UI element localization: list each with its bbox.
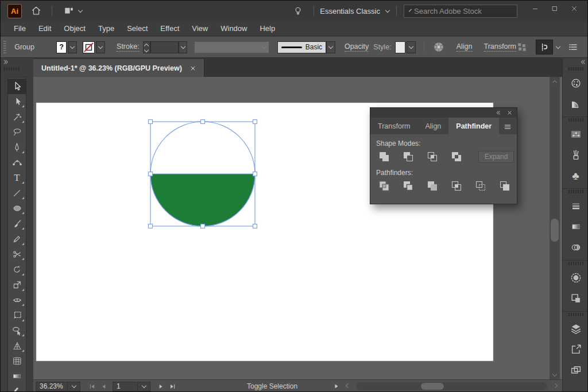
scroll-down-icon[interactable]: [550, 370, 560, 379]
panel-close-icon[interactable]: [507, 110, 512, 115]
menu-type[interactable]: Type: [92, 24, 121, 33]
width-tool[interactable]: [8, 293, 26, 308]
artboard-number-dropdown[interactable]: [138, 382, 150, 391]
artboard-number-value[interactable]: 1: [113, 382, 138, 391]
menu-select[interactable]: Select: [121, 24, 154, 33]
minus-back-button[interactable]: [498, 179, 512, 193]
brush-dropdown-chevron[interactable]: [326, 41, 335, 53]
arrange-documents-button[interactable]: [58, 3, 87, 19]
scroll-left-icon[interactable]: [342, 382, 354, 391]
previous-artboard-button[interactable]: [98, 382, 109, 391]
exclude-button[interactable]: [450, 150, 463, 164]
artboard-tool[interactable]: [8, 308, 26, 323]
tab-pathfinder[interactable]: Pathfinder: [448, 118, 499, 134]
menu-object[interactable]: Object: [57, 24, 92, 33]
line-segment-tool[interactable]: [8, 185, 26, 201]
type-tool[interactable]: T: [8, 170, 26, 186]
style-dropdown[interactable]: [407, 41, 416, 53]
workspace-switcher[interactable]: Essentials Classic: [320, 7, 389, 15]
isolate-selected-object-button[interactable]: [536, 40, 553, 55]
merge-button[interactable]: [425, 179, 439, 193]
lasso-tool[interactable]: [8, 125, 26, 140]
tab-close-icon[interactable]: [190, 65, 196, 71]
transparency-panel-icon[interactable]: [563, 237, 588, 258]
maximize-button[interactable]: [545, 1, 564, 16]
first-artboard-button[interactable]: [86, 382, 98, 391]
gradient-tool[interactable]: [8, 369, 26, 385]
magic-wand-tool[interactable]: [8, 109, 26, 125]
document-tab[interactable]: Untitled-1* @ 36.23% (RGB/GPU Preview): [33, 59, 204, 77]
stroke-weight-dropdown[interactable]: [179, 41, 188, 53]
export-panel-icon[interactable]: [563, 339, 588, 360]
home-icon[interactable]: [26, 3, 46, 19]
style-swatch[interactable]: [395, 41, 405, 53]
stroke-panel-link[interactable]: Stroke:: [117, 42, 140, 52]
stroke-color-dropdown[interactable]: [96, 41, 105, 53]
divide-button[interactable]: [377, 179, 391, 193]
trim-button[interactable]: [401, 179, 415, 193]
transform-link[interactable]: Transform: [484, 42, 517, 52]
zoom-level-value[interactable]: 36.23%: [36, 382, 68, 391]
ellipse-tool[interactable]: [8, 201, 26, 216]
dock-drag-handle[interactable]: [568, 67, 583, 71]
crop-button[interactable]: [450, 179, 463, 193]
vertical-scroll-thumb[interactable]: [551, 219, 559, 242]
swatches-panel-icon[interactable]: [563, 124, 588, 145]
perspective-grid-tool[interactable]: [8, 338, 26, 354]
scroll-up-icon[interactable]: [550, 77, 560, 86]
brushes-panel-icon[interactable]: [563, 145, 588, 165]
eyedropper-tool[interactable]: [8, 384, 26, 392]
paintbrush-tool[interactable]: [8, 216, 26, 231]
toolbar-expand-button[interactable]: [1, 58, 33, 66]
color-guide-panel-icon[interactable]: [563, 94, 588, 114]
stroke-weight-value[interactable]: [150, 41, 179, 53]
last-artboard-button[interactable]: [167, 382, 178, 391]
free-transform-tool[interactable]: [8, 277, 26, 293]
panel-collapse-icon[interactable]: [496, 110, 501, 115]
pencil-tool[interactable]: [8, 231, 26, 247]
panels-expand-button[interactable]: [563, 58, 588, 66]
color-panel-icon[interactable]: [563, 73, 588, 94]
rotate-tool[interactable]: [8, 262, 26, 277]
brush-definition-dropdown[interactable]: Basic: [277, 41, 326, 53]
next-artboard-button[interactable]: [155, 382, 167, 391]
unite-button[interactable]: [377, 150, 391, 164]
close-button[interactable]: [564, 1, 584, 16]
direct-selection-tool[interactable]: [8, 94, 26, 110]
align-glyphs-icon[interactable]: [516, 41, 528, 53]
align-link[interactable]: Align: [457, 42, 473, 52]
panel-menu-icon[interactable]: [503, 123, 512, 131]
zoom-level-dropdown[interactable]: [68, 382, 80, 391]
graphic-styles-panel-icon[interactable]: [563, 288, 588, 309]
horizontal-scroll-thumb[interactable]: [421, 383, 444, 390]
horizontal-scrollbar[interactable]: [356, 382, 547, 390]
scissors-tool[interactable]: [8, 247, 26, 262]
tab-transform[interactable]: Transform: [370, 118, 418, 134]
stroke-color-swatch[interactable]: [83, 41, 95, 53]
artboards-panel-icon[interactable]: [563, 360, 588, 381]
vertical-scrollbar[interactable]: [550, 77, 560, 379]
fill-color-dropdown[interactable]: [68, 41, 77, 53]
selection-tool[interactable]: [8, 79, 26, 94]
status-play-icon[interactable]: [331, 382, 342, 391]
shape-builder-tool[interactable]: [8, 323, 26, 339]
fill-color-swatch[interactable]: ?: [56, 41, 67, 53]
minimize-button[interactable]: [525, 1, 545, 16]
menu-help[interactable]: Help: [253, 24, 281, 33]
menu-view[interactable]: View: [185, 24, 214, 33]
minus-front-button[interactable]: [401, 150, 415, 164]
outline-button[interactable]: [474, 179, 488, 193]
menu-effect[interactable]: Effect: [154, 24, 185, 33]
adobe-stock-search[interactable]: [404, 5, 517, 18]
symbols-panel-icon[interactable]: ♣: [563, 165, 588, 186]
status-text[interactable]: Toggle Selection: [247, 382, 297, 390]
intersect-button[interactable]: [425, 150, 439, 164]
recolor-artwork-icon[interactable]: [432, 41, 445, 53]
control-bar-menu-icon[interactable]: [568, 42, 578, 52]
toolbar-drag-handle[interactable]: [4, 67, 19, 71]
pen-tool[interactable]: [8, 139, 26, 155]
scroll-right-icon[interactable]: [550, 382, 561, 391]
layers-panel-icon[interactable]: [563, 319, 588, 339]
stroke-panel-icon[interactable]: [563, 196, 588, 216]
chevron-down-icon[interactable]: [556, 44, 560, 48]
